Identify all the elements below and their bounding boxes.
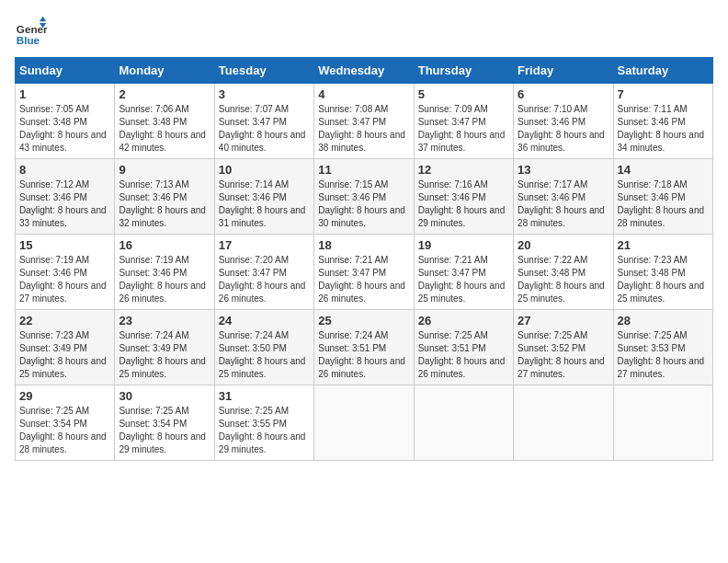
day-info: Sunrise: 7:24 AM Sunset: 3:50 PM Dayligh… [219, 329, 310, 381]
calendar-day-28: 28 Sunrise: 7:25 AM Sunset: 3:53 PM Dayl… [613, 310, 712, 385]
calendar-day-3: 3 Sunrise: 7:07 AM Sunset: 3:47 PM Dayli… [214, 84, 313, 159]
weekday-header-saturday: Saturday [613, 58, 712, 84]
day-number: 25 [318, 314, 409, 327]
day-number: 9 [119, 163, 210, 177]
weekday-header-friday: Friday [514, 58, 613, 84]
day-number: 12 [418, 163, 509, 177]
calendar-day-30: 30 Sunrise: 7:25 AM Sunset: 3:54 PM Dayl… [115, 385, 214, 461]
day-number: 16 [119, 238, 210, 252]
day-info: Sunrise: 7:13 AM Sunset: 3:46 PM Dayligh… [119, 178, 210, 230]
day-number: 15 [19, 238, 110, 252]
calendar-day-13: 13 Sunrise: 7:17 AM Sunset: 3:46 PM Dayl… [514, 159, 613, 235]
day-number: 8 [19, 163, 110, 177]
day-info: Sunrise: 7:19 AM Sunset: 3:46 PM Dayligh… [19, 254, 110, 305]
day-info: Sunrise: 7:12 AM Sunset: 3:46 PM Dayligh… [19, 178, 110, 230]
calendar-week-3: 15 Sunrise: 7:19 AM Sunset: 3:46 PM Dayl… [16, 235, 713, 310]
day-number: 13 [518, 163, 609, 177]
day-info: Sunrise: 7:20 AM Sunset: 3:47 PM Dayligh… [219, 254, 310, 305]
calendar-day-27: 27 Sunrise: 7:25 AM Sunset: 3:52 PM Dayl… [514, 310, 613, 385]
day-info: Sunrise: 7:23 AM Sunset: 3:49 PM Dayligh… [19, 329, 110, 381]
calendar-day-31: 31 Sunrise: 7:25 AM Sunset: 3:55 PM Dayl… [214, 385, 313, 461]
day-number: 20 [518, 238, 609, 252]
day-number: 14 [618, 163, 709, 177]
calendar-week-1: 1 Sunrise: 7:05 AM Sunset: 3:48 PM Dayli… [16, 84, 713, 159]
weekday-header-wednesday: Wednesday [314, 58, 414, 84]
calendar-day-1: 1 Sunrise: 7:05 AM Sunset: 3:48 PM Dayli… [16, 84, 115, 159]
day-info: Sunrise: 7:25 AM Sunset: 3:53 PM Dayligh… [618, 329, 709, 381]
calendar-day-23: 23 Sunrise: 7:24 AM Sunset: 3:49 PM Dayl… [115, 310, 214, 385]
day-info: Sunrise: 7:23 AM Sunset: 3:48 PM Dayligh… [618, 254, 709, 305]
calendar-table: SundayMondayTuesdayWednesdayThursdayFrid… [15, 57, 713, 461]
day-number: 26 [418, 314, 509, 327]
empty-cell [613, 385, 712, 461]
day-info: Sunrise: 7:17 AM Sunset: 3:46 PM Dayligh… [518, 178, 609, 230]
day-number: 29 [19, 389, 110, 403]
calendar-day-12: 12 Sunrise: 7:16 AM Sunset: 3:46 PM Dayl… [414, 159, 513, 235]
day-info: Sunrise: 7:25 AM Sunset: 3:55 PM Dayligh… [219, 405, 310, 456]
day-number: 18 [318, 238, 409, 252]
calendar-day-9: 9 Sunrise: 7:13 AM Sunset: 3:46 PM Dayli… [115, 159, 214, 235]
day-info: Sunrise: 7:18 AM Sunset: 3:46 PM Dayligh… [618, 178, 709, 230]
calendar-day-19: 19 Sunrise: 7:21 AM Sunset: 3:47 PM Dayl… [414, 235, 513, 310]
logo-icon: General Blue [15, 15, 48, 48]
empty-cell [514, 385, 613, 461]
day-number: 1 [19, 87, 110, 101]
calendar-day-20: 20 Sunrise: 7:22 AM Sunset: 3:48 PM Dayl… [514, 235, 613, 310]
day-info: Sunrise: 7:19 AM Sunset: 3:46 PM Dayligh… [119, 254, 210, 305]
day-number: 11 [318, 163, 409, 177]
day-info: Sunrise: 7:08 AM Sunset: 3:47 PM Dayligh… [318, 103, 409, 155]
day-info: Sunrise: 7:09 AM Sunset: 3:47 PM Dayligh… [418, 103, 509, 155]
calendar-day-26: 26 Sunrise: 7:25 AM Sunset: 3:51 PM Dayl… [414, 310, 513, 385]
calendar-week-4: 22 Sunrise: 7:23 AM Sunset: 3:49 PM Dayl… [16, 310, 713, 385]
calendar-day-17: 17 Sunrise: 7:20 AM Sunset: 3:47 PM Dayl… [214, 235, 313, 310]
empty-cell [314, 385, 414, 461]
day-number: 22 [19, 314, 110, 327]
calendar-day-11: 11 Sunrise: 7:15 AM Sunset: 3:46 PM Dayl… [314, 159, 414, 235]
calendar-day-24: 24 Sunrise: 7:24 AM Sunset: 3:50 PM Dayl… [214, 310, 313, 385]
day-number: 5 [418, 87, 509, 101]
day-number: 28 [618, 314, 709, 327]
day-info: Sunrise: 7:22 AM Sunset: 3:48 PM Dayligh… [518, 254, 609, 305]
calendar-day-8: 8 Sunrise: 7:12 AM Sunset: 3:46 PM Dayli… [16, 159, 115, 235]
calendar-day-5: 5 Sunrise: 7:09 AM Sunset: 3:47 PM Dayli… [414, 84, 513, 159]
day-info: Sunrise: 7:11 AM Sunset: 3:46 PM Dayligh… [618, 103, 709, 155]
day-info: Sunrise: 7:05 AM Sunset: 3:48 PM Dayligh… [19, 103, 110, 155]
calendar-day-18: 18 Sunrise: 7:21 AM Sunset: 3:47 PM Dayl… [314, 235, 414, 310]
calendar-day-7: 7 Sunrise: 7:11 AM Sunset: 3:46 PM Dayli… [613, 84, 712, 159]
calendar-day-6: 6 Sunrise: 7:10 AM Sunset: 3:46 PM Dayli… [514, 84, 613, 159]
calendar-day-21: 21 Sunrise: 7:23 AM Sunset: 3:48 PM Dayl… [613, 235, 712, 310]
day-number: 21 [618, 238, 709, 252]
day-number: 17 [219, 238, 310, 252]
day-number: 19 [418, 238, 509, 252]
day-info: Sunrise: 7:10 AM Sunset: 3:46 PM Dayligh… [518, 103, 609, 155]
day-info: Sunrise: 7:24 AM Sunset: 3:49 PM Dayligh… [119, 329, 210, 381]
day-number: 30 [119, 389, 210, 403]
day-info: Sunrise: 7:06 AM Sunset: 3:48 PM Dayligh… [119, 103, 210, 155]
calendar-day-22: 22 Sunrise: 7:23 AM Sunset: 3:49 PM Dayl… [16, 310, 115, 385]
weekday-header-monday: Monday [115, 58, 214, 84]
svg-marker-2 [40, 17, 46, 21]
day-number: 3 [219, 87, 310, 101]
weekday-header-sunday: Sunday [16, 58, 115, 84]
calendar-week-2: 8 Sunrise: 7:12 AM Sunset: 3:46 PM Dayli… [16, 159, 713, 235]
day-number: 2 [119, 87, 210, 101]
day-info: Sunrise: 7:25 AM Sunset: 3:54 PM Dayligh… [119, 405, 210, 456]
day-number: 6 [518, 87, 609, 101]
day-info: Sunrise: 7:15 AM Sunset: 3:46 PM Dayligh… [318, 178, 409, 230]
day-number: 31 [219, 389, 310, 403]
calendar-day-14: 14 Sunrise: 7:18 AM Sunset: 3:46 PM Dayl… [613, 159, 712, 235]
day-info: Sunrise: 7:25 AM Sunset: 3:54 PM Dayligh… [19, 405, 110, 456]
calendar-day-25: 25 Sunrise: 7:24 AM Sunset: 3:51 PM Dayl… [314, 310, 414, 385]
day-info: Sunrise: 7:07 AM Sunset: 3:47 PM Dayligh… [219, 103, 310, 155]
svg-text:Blue: Blue [17, 34, 40, 46]
day-info: Sunrise: 7:14 AM Sunset: 3:46 PM Dayligh… [219, 178, 310, 230]
logo: General Blue [15, 15, 48, 48]
calendar-day-15: 15 Sunrise: 7:19 AM Sunset: 3:46 PM Dayl… [16, 235, 115, 310]
header: General Blue [15, 15, 713, 48]
day-number: 7 [618, 87, 709, 101]
day-info: Sunrise: 7:24 AM Sunset: 3:51 PM Dayligh… [318, 329, 409, 381]
day-info: Sunrise: 7:25 AM Sunset: 3:51 PM Dayligh… [418, 329, 509, 381]
day-number: 23 [119, 314, 210, 327]
day-info: Sunrise: 7:21 AM Sunset: 3:47 PM Dayligh… [418, 254, 509, 305]
day-info: Sunrise: 7:25 AM Sunset: 3:52 PM Dayligh… [518, 329, 609, 381]
